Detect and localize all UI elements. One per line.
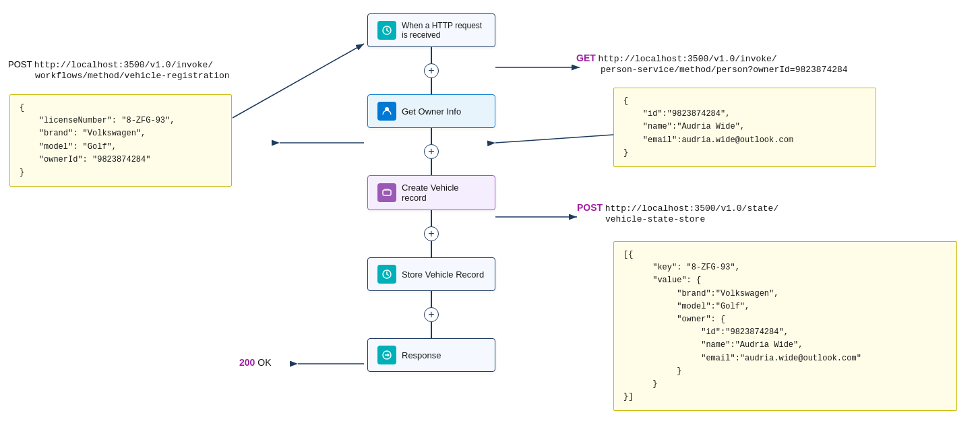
- line-1: [431, 47, 432, 63]
- svg-rect-14: [383, 190, 391, 195]
- right-json-top-box: { "id":"9823874284", "name":"Audria Wide…: [613, 88, 876, 167]
- line-4b: [431, 322, 432, 338]
- right-method-post: POST: [577, 202, 603, 213]
- node-label-create: Create Vehicle record: [402, 183, 485, 203]
- plus-3[interactable]: +: [424, 226, 439, 241]
- node-label-http: When a HTTP requestis received: [402, 21, 482, 40]
- node-icon-store: [377, 265, 396, 284]
- connector-3: +: [424, 210, 439, 257]
- right-post-url1: http://localhost:3500/v1.0/state/: [605, 203, 778, 214]
- right-json-bottom-box: [{ "key": "8-ZFG-93", "value": { "brand"…: [613, 241, 957, 411]
- ok-status-text: OK: [257, 357, 271, 368]
- right-get-url1: http://localhost:3500/v1.0/invoke/: [598, 54, 776, 64]
- diagram-container: POST http://localhost:3500/v1.0/invoke/ …: [0, 0, 980, 448]
- connector-4: +: [424, 291, 439, 338]
- left-post-label: POST http://localhost:3500/v1.0/invoke/ …: [8, 59, 230, 81]
- right-post-label: POST http://localhost:3500/v1.0/state/ v…: [577, 202, 778, 224]
- right-get-url2: person-service/method/person?ownerId=982…: [601, 65, 848, 75]
- line-2b: [431, 159, 432, 175]
- node-label-store: Store Vehicle Record: [402, 269, 484, 280]
- connector-1: +: [424, 47, 439, 94]
- right-method-get: GET: [576, 53, 596, 63]
- left-method-post: POST: [8, 59, 32, 69]
- line-3b: [431, 241, 432, 257]
- node-icon-response: [377, 346, 396, 364]
- line-1b: [431, 78, 432, 94]
- node-label-response: Response: [402, 350, 441, 360]
- plus-2[interactable]: +: [424, 144, 439, 159]
- node-get-owner[interactable]: Get Owner Info: [367, 94, 495, 128]
- right-post-url2: vehicle-state-store: [605, 214, 705, 224]
- left-url-line2: workflows/method/vehicle-registration: [35, 71, 230, 81]
- flow-column: When a HTTP requestis received + Get Own…: [357, 13, 506, 372]
- ok-status-code: 200: [239, 357, 255, 368]
- svg-line-3: [495, 135, 613, 143]
- left-url-line1: http://localhost:3500/v1.0/invoke/: [34, 60, 213, 70]
- node-icon-http: [377, 21, 396, 40]
- node-icon-owner: [377, 102, 396, 121]
- node-icon-vehicle: [377, 183, 396, 202]
- plus-1[interactable]: +: [424, 63, 439, 78]
- node-store-vehicle[interactable]: Store Vehicle Record: [367, 257, 495, 291]
- line-4: [431, 291, 432, 307]
- connector-2: +: [424, 128, 439, 175]
- left-json-box: { "licenseNumber": "8-ZFG-93", "brand": …: [9, 94, 232, 187]
- line-3: [431, 210, 432, 226]
- node-create-vehicle[interactable]: Create Vehicle record: [367, 175, 495, 210]
- plus-4[interactable]: +: [424, 307, 439, 322]
- ok-label: 200 OK: [239, 357, 271, 368]
- node-response[interactable]: Response: [367, 338, 495, 372]
- right-get-label: GET http://localhost:3500/v1.0/invoke/ p…: [576, 53, 848, 75]
- line-2: [431, 128, 432, 144]
- svg-line-0: [233, 44, 364, 118]
- node-http-trigger[interactable]: When a HTTP requestis received: [367, 13, 495, 47]
- node-label-owner: Get Owner Info: [402, 106, 461, 117]
